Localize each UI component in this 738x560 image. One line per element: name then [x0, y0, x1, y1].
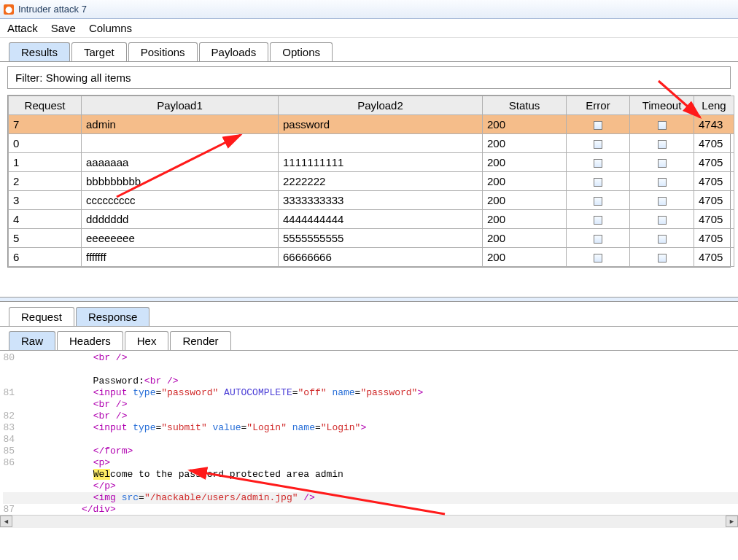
cell-status: 200	[483, 191, 567, 210]
table-row[interactable]: 3ccccccccc33333333332004705	[9, 191, 734, 210]
checkbox-icon[interactable]	[658, 159, 667, 168]
cell-request: 4	[9, 210, 82, 229]
checkbox-icon[interactable]	[658, 140, 667, 149]
col-status[interactable]: Status	[483, 96, 567, 115]
checkbox-icon[interactable]	[658, 197, 667, 206]
table-row[interactable]: 4ddddddd44444444442004705	[9, 210, 734, 229]
tab-request[interactable]: Request	[9, 307, 74, 326]
cell-error	[567, 191, 630, 210]
cell-request: 1	[9, 153, 82, 172]
cell-error	[567, 210, 630, 229]
menu-attack[interactable]: Attack	[7, 22, 38, 34]
checkbox-icon[interactable]	[594, 159, 602, 168]
split-handle[interactable]	[0, 297, 738, 302]
cell-error	[567, 134, 630, 153]
table-row[interactable]: 2bbbbbbbbb22222222004705	[9, 172, 734, 191]
checkbox-icon[interactable]	[594, 197, 602, 206]
checkbox-icon[interactable]	[658, 235, 667, 244]
cell-payload1: ccccccccc	[82, 191, 279, 210]
col-timeout[interactable]: Timeout	[630, 96, 694, 115]
raw-response-pane[interactable]: 80 <br /> Password:<br /> 81 <input type…	[0, 351, 738, 515]
results-table[interactable]: Request Payload1 Payload2 Status Error T…	[8, 96, 734, 267]
cell-payload2: 1111111111	[279, 153, 483, 172]
cell-status: 200	[483, 134, 567, 153]
cell-length: 4705	[694, 172, 734, 191]
tab-response[interactable]: Response	[76, 307, 150, 326]
cell-length: 4705	[694, 248, 734, 267]
cell-payload2: password	[279, 115, 483, 134]
table-row[interactable]: 02004705	[9, 134, 734, 153]
cell-payload1: admin	[82, 115, 279, 134]
cell-payload2: 2222222	[279, 172, 483, 191]
tab-results[interactable]: Results	[9, 42, 70, 61]
cell-payload1: fffffff	[82, 248, 279, 267]
table-header-row: Request Payload1 Payload2 Status Error T…	[9, 96, 734, 115]
col-payload1[interactable]: Payload1	[82, 96, 279, 115]
subtab-raw[interactable]: Raw	[9, 331, 55, 350]
cell-status: 200	[483, 115, 567, 134]
cell-error	[567, 153, 630, 172]
cell-status: 200	[483, 210, 567, 229]
table-row[interactable]: 7adminpassword2004743	[9, 115, 734, 134]
cell-error	[567, 172, 630, 191]
tab-target[interactable]: Target	[71, 42, 127, 61]
col-length[interactable]: Leng	[694, 96, 734, 115]
checkbox-icon[interactable]	[594, 216, 602, 225]
cell-timeout	[630, 153, 694, 172]
raw-horizontal-scrollbar[interactable]: ◄ ►	[0, 515, 738, 528]
subtab-hex[interactable]: Hex	[125, 331, 169, 350]
cell-request: 5	[9, 229, 82, 248]
cell-request: 0	[9, 134, 82, 153]
table-row[interactable]: 5eeeeeeee55555555552004705	[9, 229, 734, 248]
cell-request: 7	[9, 115, 82, 134]
checkbox-icon[interactable]	[658, 254, 667, 262]
checkbox-icon[interactable]	[594, 235, 602, 244]
subtab-headers[interactable]: Headers	[57, 331, 123, 350]
cell-timeout	[630, 248, 694, 267]
menu-columns[interactable]: Columns	[89, 22, 132, 34]
checkbox-icon[interactable]	[594, 140, 602, 149]
cell-payload2: 5555555555	[279, 229, 483, 248]
cell-status: 200	[483, 229, 567, 248]
col-request[interactable]: Request	[9, 96, 82, 115]
menu-save[interactable]: Save	[51, 22, 76, 34]
cell-error	[567, 115, 630, 134]
cell-payload2: 3333333333	[279, 191, 483, 210]
cell-request: 3	[9, 191, 82, 210]
subtab-render[interactable]: Render	[170, 331, 230, 350]
cell-payload1	[82, 134, 279, 153]
checkbox-icon[interactable]	[658, 178, 667, 187]
req-resp-tabs: Request Response	[0, 302, 738, 327]
cell-status: 200	[483, 153, 567, 172]
tab-positions[interactable]: Positions	[128, 42, 198, 61]
cell-length: 4705	[694, 153, 734, 172]
col-error[interactable]: Error	[567, 96, 630, 115]
cell-timeout	[630, 172, 694, 191]
view-sub-tabs: Raw Headers Hex Render	[0, 327, 738, 351]
filter-bar[interactable]: Filter: Showing all items	[7, 66, 731, 89]
window-title: Intruder attack 7	[18, 4, 87, 15]
table-row[interactable]: 6fffffff666666662004705	[9, 248, 734, 267]
cell-length: 4705	[694, 229, 734, 248]
checkbox-icon[interactable]	[594, 121, 602, 130]
title-bar: ⬤ Intruder attack 7	[0, 0, 738, 19]
scroll-left-button[interactable]: ◄	[0, 516, 12, 527]
tab-payloads[interactable]: Payloads	[199, 42, 269, 61]
results-table-wrap: Request Payload1 Payload2 Status Error T…	[7, 95, 731, 268]
cell-timeout	[630, 115, 694, 134]
checkbox-icon[interactable]	[594, 178, 602, 187]
cell-length: 4705	[694, 134, 734, 153]
table-row[interactable]: 1aaaaaaa11111111112004705	[9, 153, 734, 172]
cell-error	[567, 248, 630, 267]
checkbox-icon[interactable]	[594, 254, 602, 262]
cell-payload1: bbbbbbbbb	[82, 172, 279, 191]
cell-payload2: 4444444444	[279, 210, 483, 229]
checkbox-icon[interactable]	[658, 121, 667, 130]
col-payload2[interactable]: Payload2	[279, 96, 483, 115]
cell-status: 200	[483, 172, 567, 191]
cell-length: 4743	[694, 115, 734, 134]
checkbox-icon[interactable]	[658, 216, 667, 225]
tab-options[interactable]: Options	[270, 42, 333, 61]
scroll-right-button[interactable]: ►	[726, 516, 738, 527]
cell-error	[567, 229, 630, 248]
